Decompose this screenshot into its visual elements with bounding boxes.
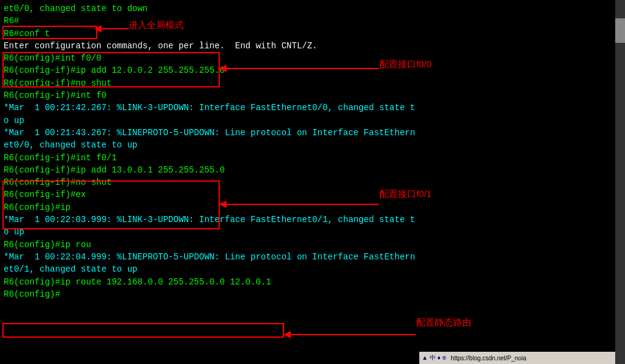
terminal-line: o up xyxy=(4,114,608,127)
arrow-f00 xyxy=(220,61,382,76)
terminal-line: Enter configuration commands, one per li… xyxy=(4,40,608,52)
arrow-f01 xyxy=(220,197,382,212)
taskbar-url: https://blog.csdn.net/P_noia xyxy=(451,355,526,362)
scrollbar-thumb[interactable] xyxy=(615,18,625,43)
terminal-line: R6(config-if)#no shut xyxy=(4,176,608,188)
arrow-conf-t xyxy=(95,21,132,36)
scrollbar[interactable] xyxy=(615,0,625,364)
terminal-line: R6(config-if)#int f0/1 xyxy=(4,152,608,164)
terminal-line: R6(config-if)#int f0 xyxy=(4,89,608,102)
terminal-line: et0/0, changed state to down xyxy=(4,2,608,15)
terminal-line: *Mar 1 00:21:42.267: %LINK-3-UPDOWN: Int… xyxy=(4,102,608,114)
terminal-line: *Mar 1 00:22:03.999: %LINK-3-UPDOWN: Int… xyxy=(4,214,608,226)
terminal-line: R6(config-if)#ip add 13.0.0.1 255.255.25… xyxy=(4,164,608,176)
terminal-line: et0/1, changed state to up xyxy=(4,263,608,275)
terminal-line: et0/0, changed state to up xyxy=(4,139,608,151)
terminal-line: *Mar 1 00:22:04.999: %LINEPROTO-5-UPDOWN… xyxy=(4,251,608,263)
static-route-box xyxy=(2,323,284,338)
taskbar: ▲ 中 ♦ ⊕ https://blog.csdn.net/P_noia xyxy=(419,352,615,364)
terminal-line: R6(config)#ip route 192.168.0.0 255.255.… xyxy=(4,276,608,288)
taskbar-icons: ▲ 中 ♦ ⊕ xyxy=(422,354,447,362)
terminal-line: o up xyxy=(4,226,608,238)
terminal-line: R6(config-if)#no shut xyxy=(4,77,608,89)
static-route-label: 配置静态路由 xyxy=(416,317,471,329)
arrow-static-route xyxy=(284,327,419,342)
terminal: et0/0, changed state to downR6#R6#conf t… xyxy=(0,0,612,364)
terminal-line: R6(config)# xyxy=(4,288,608,300)
terminal-line: R6(config)#ip rou xyxy=(4,239,608,251)
terminal-line: *Mar 1 00:21:43.267: %LINEPROTO-5-UPDOWN… xyxy=(4,127,608,139)
